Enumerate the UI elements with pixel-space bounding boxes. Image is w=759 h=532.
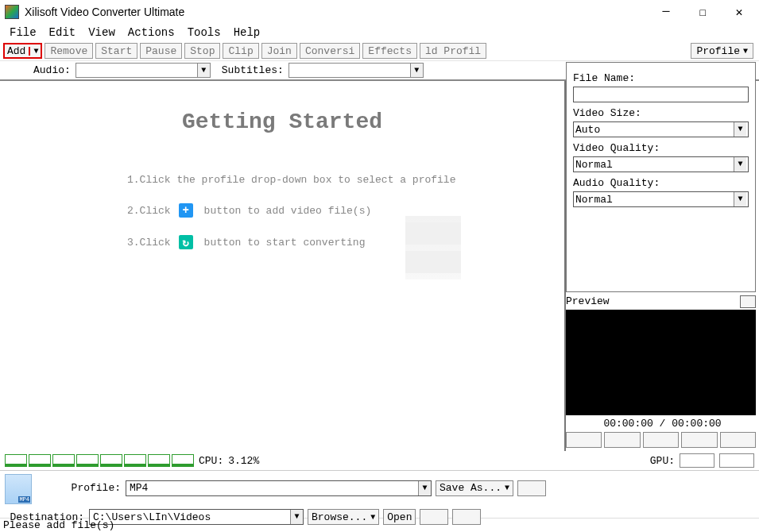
pause-button[interactable]: Pause <box>140 43 182 59</box>
save-as-button[interactable]: Save As...▼ <box>436 480 513 496</box>
extra-button-1[interactable] <box>517 480 546 496</box>
stop-button[interactable]: Stop <box>184 43 220 59</box>
destination-select[interactable]: C:\Users\LIn\Videos▼ <box>89 509 304 525</box>
window-title: Xilisoft Video Converter Ultimate <box>25 6 648 18</box>
effects-button[interactable]: Effects <box>362 43 417 59</box>
step-2: 2.Click + button to add video file(s) <box>127 203 564 218</box>
video-quality-select[interactable]: Normal▼ <box>573 156 749 172</box>
preview-toggle[interactable] <box>740 295 756 308</box>
getting-started-title: Getting Started <box>0 110 564 134</box>
convert-icon: ↻ <box>179 235 193 249</box>
audio-label: Audio: <box>33 64 71 76</box>
preview-stop-button[interactable] <box>643 432 679 448</box>
audio-quality-select[interactable]: Normal▼ <box>573 191 749 207</box>
join-button[interactable]: Join <box>261 43 297 59</box>
start-button[interactable]: Start <box>95 43 137 59</box>
preview-play-button[interactable] <box>604 432 640 448</box>
preview-next-button[interactable] <box>681 432 717 448</box>
preview-prev-button[interactable] <box>566 432 602 448</box>
step-3: 3.Click ↻ button to start converting <box>127 235 564 249</box>
subtitles-select[interactable]: ▼ <box>288 63 424 78</box>
gpu-box-1[interactable] <box>680 453 714 468</box>
audio-select[interactable]: ▼ <box>76 63 211 78</box>
minimize-button[interactable]: ─ <box>648 0 684 24</box>
chevron-down-icon: ▼ <box>743 47 748 56</box>
gpu-box-2[interactable] <box>719 453 754 468</box>
preview-time: 00:00:00 / 00:00:00 <box>566 415 759 432</box>
add-dropdown-icon[interactable]: ▼ <box>29 47 38 56</box>
menu-view[interactable]: View <box>82 26 122 39</box>
video-placeholder-icon <box>405 216 461 279</box>
profile-label: Profile: <box>41 482 121 494</box>
close-button[interactable]: ✕ <box>721 0 757 24</box>
profile-select[interactable]: MP4▼ <box>126 480 432 496</box>
gpu-label: GPU: <box>650 455 675 467</box>
plus-icon: + <box>179 203 193 218</box>
extra-button-3[interactable] <box>452 509 481 525</box>
video-quality-label: Video Quality: <box>573 142 749 154</box>
open-button[interactable]: Open <box>383 509 416 525</box>
step-1: 1.Click the profile drop-down box to sel… <box>127 174 564 186</box>
video-size-select[interactable]: Auto▼ <box>573 121 749 137</box>
ldprofil-button[interactable]: ld Profil <box>420 43 486 59</box>
video-size-label: Video Size: <box>573 107 749 119</box>
cpu-value: 3.12% <box>228 455 259 467</box>
cpu-meter <box>5 454 194 467</box>
preview-area <box>566 310 756 415</box>
file-name-label: File Name: <box>573 72 749 84</box>
profile-panel-button[interactable]: Profile▼ <box>691 43 753 59</box>
add-button[interactable]: Add▼ <box>3 43 42 59</box>
format-icon <box>5 474 32 504</box>
clip-button[interactable]: Clip <box>223 43 258 59</box>
preview-snapshot-button[interactable] <box>720 432 756 448</box>
menu-actions[interactable]: Actions <box>122 26 181 39</box>
menu-help[interactable]: Help <box>227 26 267 39</box>
preview-label: Preview <box>566 295 610 308</box>
app-icon <box>5 5 19 19</box>
browse-button[interactable]: Browse...▼ <box>308 509 379 525</box>
menu-tools[interactable]: Tools <box>181 26 227 39</box>
audio-quality-label: Audio Quality: <box>573 177 749 189</box>
conversi-button[interactable]: Conversi <box>300 43 360 59</box>
file-name-input[interactable] <box>573 87 749 102</box>
subtitles-label: Subtitles: <box>222 64 284 76</box>
cpu-label: CPU: <box>199 455 223 467</box>
menu-file[interactable]: File <box>3 26 43 39</box>
extra-button-2[interactable] <box>420 509 448 525</box>
maximize-button[interactable]: ☐ <box>684 0 721 24</box>
menu-edit[interactable]: Edit <box>43 26 83 39</box>
remove-button[interactable]: Remove <box>45 43 93 59</box>
